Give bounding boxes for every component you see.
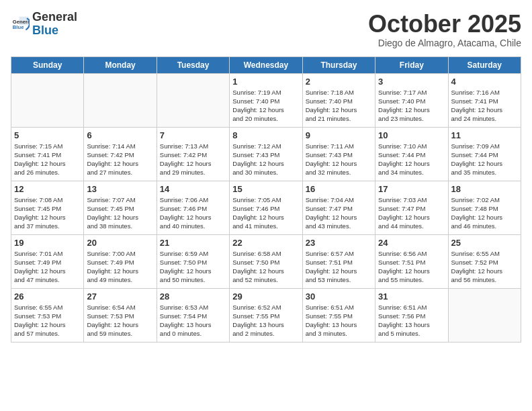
day-info: Sunrise: 7:04 AM Sunset: 7:47 PM Dayligh… [306,195,372,231]
day-number: 2 [306,77,372,87]
day-number: 6 [87,130,153,140]
calendar-cell: 25Sunrise: 6:55 AM Sunset: 7:52 PM Dayli… [448,234,521,288]
day-info: Sunrise: 6:54 AM Sunset: 7:53 PM Dayligh… [87,303,153,338]
day-info: Sunrise: 7:02 AM Sunset: 7:48 PM Dayligh… [451,195,518,231]
day-info: Sunrise: 6:51 AM Sunset: 7:56 PM Dayligh… [378,303,445,338]
day-info: Sunrise: 6:59 AM Sunset: 7:50 PM Dayligh… [160,249,226,285]
day-number: 30 [306,291,372,302]
day-info: Sunrise: 7:10 AM Sunset: 7:44 PM Dayligh… [378,142,445,177]
day-number: 8 [232,130,299,140]
day-info: Sunrise: 7:15 AM Sunset: 7:41 PM Dayligh… [14,142,81,177]
calendar-week-row: 19Sunrise: 7:01 AM Sunset: 7:49 PM Dayli… [11,234,521,288]
day-number: 5 [14,130,81,140]
weekday-header-row: SundayMondayTuesdayWednesdayThursdayFrid… [11,56,521,73]
day-number: 31 [378,291,445,302]
calendar-cell: 15Sunrise: 7:05 AM Sunset: 7:46 PM Dayli… [230,181,302,234]
day-info: Sunrise: 6:53 AM Sunset: 7:54 PM Dayligh… [160,303,226,338]
logo-blue: Blue [32,24,58,37]
calendar-cell: 16Sunrise: 7:04 AM Sunset: 7:47 PM Dayli… [302,181,375,234]
calendar-cell: 30Sunrise: 6:51 AM Sunset: 7:55 PM Dayli… [302,288,375,342]
day-info: Sunrise: 7:07 AM Sunset: 7:45 PM Dayligh… [87,195,153,231]
calendar-cell: 27Sunrise: 6:54 AM Sunset: 7:53 PM Dayli… [84,288,157,342]
calendar-cell: 5Sunrise: 7:15 AM Sunset: 7:41 PM Daylig… [11,127,84,181]
calendar-cell: 3Sunrise: 7:17 AM Sunset: 7:40 PM Daylig… [375,73,448,127]
calendar-cell: 11Sunrise: 7:09 AM Sunset: 7:44 PM Dayli… [448,127,521,181]
calendar-cell: 6Sunrise: 7:14 AM Sunset: 7:42 PM Daylig… [84,127,157,181]
calendar-cell: 2Sunrise: 7:18 AM Sunset: 7:40 PM Daylig… [302,73,375,127]
calendar-cell: 12Sunrise: 7:08 AM Sunset: 7:45 PM Dayli… [11,181,84,234]
calendar-cell: 13Sunrise: 7:07 AM Sunset: 7:45 PM Dayli… [84,181,157,234]
day-number: 19 [14,238,81,248]
calendar-cell: 8Sunrise: 7:12 AM Sunset: 7:43 PM Daylig… [230,127,302,181]
day-number: 13 [87,184,153,194]
calendar-cell: 26Sunrise: 6:55 AM Sunset: 7:53 PM Dayli… [11,288,84,342]
weekday-header-saturday: Saturday [448,56,521,73]
title-block: October 2025 Diego de Almagro, Atacama, … [368,11,521,48]
calendar-cell: 21Sunrise: 6:59 AM Sunset: 7:50 PM Dayli… [157,234,229,288]
calendar-cell: 19Sunrise: 7:01 AM Sunset: 7:49 PM Dayli… [11,234,84,288]
day-info: Sunrise: 6:55 AM Sunset: 7:52 PM Dayligh… [451,249,518,285]
day-info: Sunrise: 7:08 AM Sunset: 7:45 PM Dayligh… [14,195,81,231]
day-info: Sunrise: 6:52 AM Sunset: 7:55 PM Dayligh… [232,303,299,338]
day-number: 24 [378,238,445,248]
day-number: 12 [14,184,81,194]
calendar-cell [157,73,229,127]
day-number: 14 [160,184,226,194]
calendar-cell: 4Sunrise: 7:16 AM Sunset: 7:41 PM Daylig… [448,73,521,127]
calendar-cell: 24Sunrise: 6:56 AM Sunset: 7:51 PM Dayli… [375,234,448,288]
calendar-cell [448,288,521,342]
day-info: Sunrise: 7:17 AM Sunset: 7:40 PM Dayligh… [378,88,445,124]
day-info: Sunrise: 6:55 AM Sunset: 7:53 PM Dayligh… [14,303,81,338]
day-info: Sunrise: 7:03 AM Sunset: 7:47 PM Dayligh… [378,195,445,231]
day-number: 10 [378,130,445,140]
svg-text:Blue: Blue [13,24,24,30]
day-info: Sunrise: 6:57 AM Sunset: 7:51 PM Dayligh… [306,249,372,285]
day-info: Sunrise: 7:16 AM Sunset: 7:41 PM Dayligh… [451,88,518,124]
calendar-cell [11,73,84,127]
day-info: Sunrise: 7:18 AM Sunset: 7:40 PM Dayligh… [306,88,372,124]
day-info: Sunrise: 7:12 AM Sunset: 7:43 PM Dayligh… [232,142,299,177]
day-number: 26 [14,291,81,302]
location-subtitle: Diego de Almagro, Atacama, Chile [368,38,521,48]
day-number: 1 [232,77,299,87]
calendar-cell: 14Sunrise: 7:06 AM Sunset: 7:46 PM Dayli… [157,181,229,234]
day-info: Sunrise: 7:01 AM Sunset: 7:49 PM Dayligh… [14,249,81,285]
calendar-week-row: 26Sunrise: 6:55 AM Sunset: 7:53 PM Dayli… [11,288,521,342]
weekday-header-sunday: Sunday [11,56,84,73]
calendar-week-row: 1Sunrise: 7:19 AM Sunset: 7:40 PM Daylig… [11,73,521,127]
day-number: 25 [451,238,518,248]
calendar-cell: 22Sunrise: 6:58 AM Sunset: 7:50 PM Dayli… [230,234,302,288]
month-title: October 2025 [368,11,521,38]
svg-text:General: General [13,18,30,24]
day-number: 29 [232,291,299,302]
day-number: 18 [451,184,518,194]
day-number: 4 [451,77,518,87]
day-info: Sunrise: 6:56 AM Sunset: 7:51 PM Dayligh… [378,249,445,285]
day-number: 23 [306,238,372,248]
calendar-cell: 18Sunrise: 7:02 AM Sunset: 7:48 PM Dayli… [448,181,521,234]
day-number: 9 [306,130,372,140]
day-info: Sunrise: 7:13 AM Sunset: 7:42 PM Dayligh… [160,142,226,177]
weekday-header-tuesday: Tuesday [157,56,229,73]
day-info: Sunrise: 6:51 AM Sunset: 7:55 PM Dayligh… [306,303,372,338]
day-info: Sunrise: 7:06 AM Sunset: 7:46 PM Dayligh… [160,195,226,231]
day-number: 15 [232,184,299,194]
day-info: Sunrise: 7:14 AM Sunset: 7:42 PM Dayligh… [87,142,153,177]
logo: General Blue General Blue [11,11,77,38]
day-info: Sunrise: 7:05 AM Sunset: 7:46 PM Dayligh… [232,195,299,231]
day-number: 3 [378,77,445,87]
calendar-table: SundayMondayTuesdayWednesdayThursdayFrid… [11,56,521,342]
weekday-header-friday: Friday [375,56,448,73]
calendar-cell: 10Sunrise: 7:10 AM Sunset: 7:44 PM Dayli… [375,127,448,181]
calendar-cell: 7Sunrise: 7:13 AM Sunset: 7:42 PM Daylig… [157,127,229,181]
day-number: 17 [378,184,445,194]
day-info: Sunrise: 6:58 AM Sunset: 7:50 PM Dayligh… [232,249,299,285]
day-info: Sunrise: 7:19 AM Sunset: 7:40 PM Dayligh… [232,88,299,124]
day-number: 20 [87,238,153,248]
calendar-cell: 9Sunrise: 7:11 AM Sunset: 7:43 PM Daylig… [302,127,375,181]
day-number: 7 [160,130,226,140]
day-number: 11 [451,130,518,140]
calendar-cell: 23Sunrise: 6:57 AM Sunset: 7:51 PM Dayli… [302,234,375,288]
weekday-header-thursday: Thursday [302,56,375,73]
page-header: General Blue General Blue October 2025 D… [11,11,521,48]
